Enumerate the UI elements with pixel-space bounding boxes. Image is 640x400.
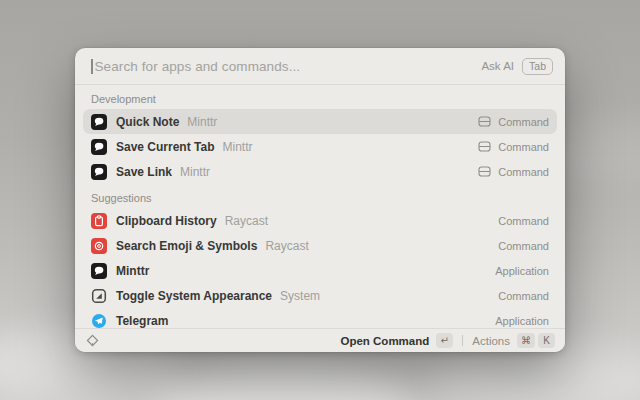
- tab-key-badge: Tab: [522, 58, 553, 75]
- command-window-icon: [478, 141, 491, 152]
- item-subtitle: Raycast: [265, 239, 308, 253]
- cmd-key-badge: ⌘: [517, 333, 535, 348]
- item-type: Application: [495, 315, 549, 327]
- item-subtitle: System: [280, 289, 320, 303]
- list-item-minttr-app[interactable]: Minttr Application: [83, 258, 557, 283]
- item-title: Clipboard History: [116, 214, 217, 228]
- item-type: Command: [498, 240, 549, 252]
- actions-button[interactable]: Actions: [472, 335, 510, 347]
- list-item-save-link[interactable]: Save Link Minttr Command: [83, 159, 557, 184]
- item-subtitle: Minttr: [180, 165, 210, 179]
- item-type: Command: [498, 290, 549, 302]
- item-title: Telegram: [116, 314, 168, 328]
- item-type: Application: [495, 265, 549, 277]
- item-title: Toggle System Appearance: [116, 289, 272, 303]
- telegram-icon: [91, 313, 107, 329]
- minttr-icon: [91, 164, 107, 180]
- action-bar: Open Command ↵ Actions ⌘ K: [75, 329, 565, 352]
- item-subtitle: Raycast: [225, 214, 268, 228]
- appearance-icon: [91, 288, 107, 304]
- list-item-save-current-tab[interactable]: Save Current Tab Minttr Command: [83, 134, 557, 159]
- wallpaper-cloud: [150, 365, 410, 400]
- list-item-telegram[interactable]: Telegram Application: [83, 308, 557, 328]
- text-cursor: [91, 59, 93, 74]
- item-type: Command: [498, 116, 549, 128]
- item-title: Save Current Tab: [116, 140, 214, 154]
- emoji-icon: [91, 238, 107, 254]
- ask-ai-label[interactable]: Ask AI: [481, 60, 514, 72]
- list-item-search-emoji[interactable]: Search Emoji & Symbols Raycast Command: [83, 233, 557, 258]
- search-input[interactable]: Search for apps and commands...: [95, 59, 482, 74]
- item-title: Save Link: [116, 165, 172, 179]
- item-title: Minttr: [116, 264, 149, 278]
- results-list: Development Quick Note Minttr Command Sa…: [75, 85, 565, 328]
- list-item-toggle-appearance[interactable]: Toggle System Appearance System Command: [83, 283, 557, 308]
- open-command-button[interactable]: Open Command: [340, 335, 429, 347]
- return-key-badge: ↵: [436, 333, 453, 348]
- raycast-launcher-window: Search for apps and commands... Ask AI T…: [75, 48, 565, 352]
- minttr-icon: [91, 114, 107, 130]
- item-type: Command: [498, 141, 549, 153]
- wallpaper-cloud: [430, 345, 640, 400]
- list-item-clipboard-history[interactable]: Clipboard History Raycast Command: [83, 208, 557, 233]
- k-key-badge: K: [538, 333, 555, 348]
- minttr-icon: [91, 263, 107, 279]
- list-item-quick-note[interactable]: Quick Note Minttr Command: [83, 109, 557, 134]
- command-window-icon: [478, 116, 491, 127]
- clipboard-icon: [91, 213, 107, 229]
- item-subtitle: Minttr: [187, 115, 217, 129]
- item-title: Search Emoji & Symbols: [116, 239, 257, 253]
- item-title: Quick Note: [116, 115, 179, 129]
- search-bar[interactable]: Search for apps and commands... Ask AI T…: [75, 48, 565, 84]
- item-subtitle: Minttr: [222, 140, 252, 154]
- minttr-icon: [91, 139, 107, 155]
- footer-separator: [462, 335, 463, 346]
- item-type: Command: [498, 166, 549, 178]
- section-header-suggestions: Suggestions: [83, 184, 557, 208]
- item-type: Command: [498, 215, 549, 227]
- command-window-icon: [478, 166, 491, 177]
- raycast-logo-icon[interactable]: [85, 333, 100, 348]
- section-header-development: Development: [83, 85, 557, 109]
